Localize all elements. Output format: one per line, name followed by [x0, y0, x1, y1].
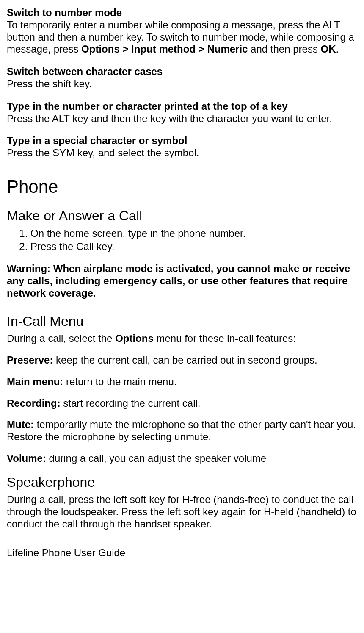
text-bold: Options > Input method > Numeric	[81, 43, 248, 55]
feature-label: Main menu:	[7, 376, 63, 387]
heading: Type in a special character or symbol	[7, 135, 357, 147]
feature-label: Mute:	[7, 419, 34, 430]
feature-label: Preserve:	[7, 354, 53, 366]
feature-text: temporarily mute the microphone so that …	[7, 419, 356, 442]
phone-title: Phone	[7, 176, 357, 197]
list-item: Press the Call key.	[30, 241, 357, 253]
text-part: and then press	[248, 43, 320, 55]
text-part: .	[336, 43, 339, 55]
feature-text: during a call, you can adjust the speake…	[46, 453, 266, 464]
feature-volume: Volume: during a call, you can adjust th…	[7, 453, 357, 465]
text-bold: Options	[115, 333, 154, 344]
body-text: Press the ALT key and then the key with …	[7, 113, 357, 125]
feature-main-menu: Main menu: return to the main menu.	[7, 376, 357, 388]
feature-mute: Mute: temporarily mute the microphone so…	[7, 419, 357, 443]
body-text: Press the SYM key, and select the symbol…	[7, 147, 357, 159]
feature-recording: Recording: start recording the current c…	[7, 397, 357, 410]
feature-label: Volume:	[7, 453, 46, 464]
section-top-of-key: Type in the number or character printed …	[7, 100, 357, 125]
body-text: To temporarily enter a number while comp…	[7, 19, 357, 56]
heading: Type in the number or character printed …	[7, 100, 357, 113]
heading: Switch between character cases	[7, 66, 357, 78]
incall-intro: During a call, select the Options menu f…	[7, 333, 357, 345]
text-part: menu for these in-call features:	[154, 333, 296, 344]
body-text: Press the shift key.	[7, 78, 357, 90]
speakerphone-body: During a call, press the left soft key f…	[7, 494, 357, 530]
text-bold: OK	[321, 43, 336, 55]
section-character-cases: Switch between character cases Press the…	[7, 66, 357, 90]
heading: Switch to number mode	[7, 7, 357, 19]
feature-text: return to the main menu.	[63, 376, 176, 387]
make-answer-heading: Make or Answer a Call	[7, 208, 357, 224]
airplane-warning: Warning: When airplane mode is activated…	[7, 263, 357, 299]
section-special-character: Type in a special character or symbol Pr…	[7, 135, 357, 159]
incall-heading: In-Call Menu	[7, 313, 357, 329]
feature-preserve: Preserve: keep the current call, can be …	[7, 354, 357, 366]
list-item: On the home screen, type in the phone nu…	[30, 228, 357, 240]
feature-label: Recording:	[7, 397, 61, 409]
feature-text: start recording the current call.	[61, 397, 201, 409]
speakerphone-heading: Speakerphone	[7, 474, 357, 490]
feature-text: keep the current call, can be carried ou…	[53, 354, 317, 366]
make-answer-steps: On the home screen, type in the phone nu…	[7, 228, 357, 253]
text-part: During a call, select the	[7, 333, 115, 344]
section-switch-number-mode: Switch to number mode To temporarily ent…	[7, 7, 357, 56]
footer-text: Lifeline Phone User Guide	[7, 547, 357, 559]
